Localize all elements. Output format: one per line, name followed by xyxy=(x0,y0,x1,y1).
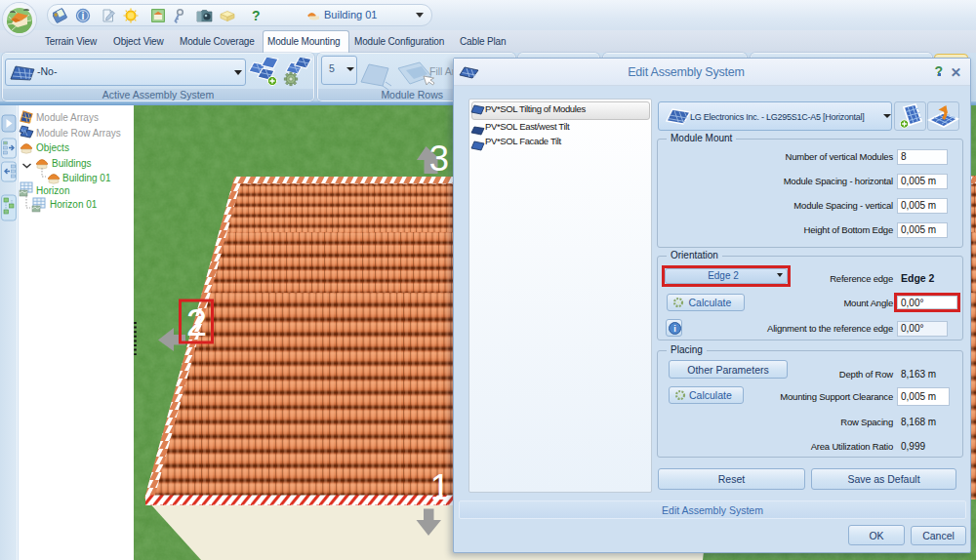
svg-text:2: 2 xyxy=(186,301,207,343)
svg-text:1: 1 xyxy=(430,467,450,507)
svg-text:?: ? xyxy=(252,8,261,23)
svg-text:3: 3 xyxy=(429,139,449,179)
svg-text:i: i xyxy=(673,324,676,334)
svg-text:i: i xyxy=(82,10,85,21)
